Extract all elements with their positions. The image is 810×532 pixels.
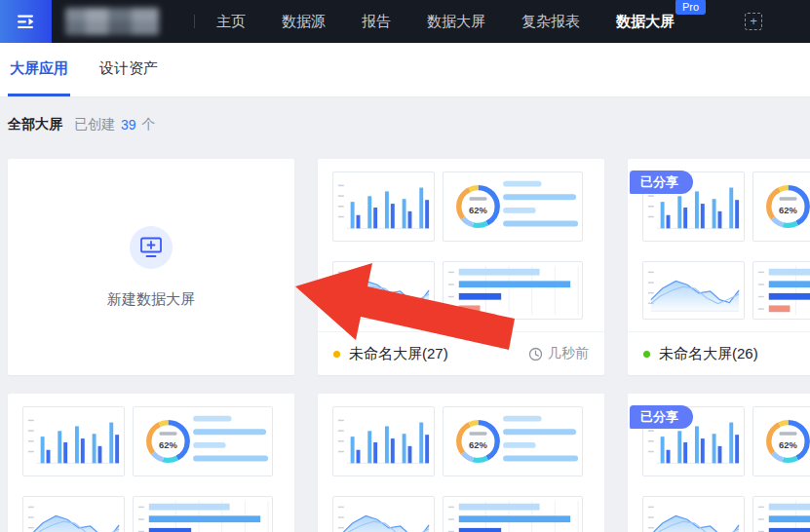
nav-item-0[interactable]: 主页 bbox=[216, 13, 246, 31]
dashboard-thumbnail: 62% bbox=[318, 159, 604, 331]
filter-label[interactable]: 全部大屏 bbox=[8, 116, 62, 133]
created-count: 39 bbox=[121, 117, 136, 133]
created-unit: 个 bbox=[142, 116, 156, 133]
tab-0[interactable]: 大屏应用 bbox=[8, 43, 70, 96]
mini-bar-chart bbox=[332, 406, 435, 476]
shared-badge: 已分享 bbox=[630, 171, 693, 194]
main-content: 全部大屏 已创建 39 个 新建数据大屏 bbox=[0, 116, 810, 532]
clock-icon bbox=[528, 347, 543, 361]
create-card-label: 新建数据大屏 bbox=[107, 290, 195, 309]
nav-divider bbox=[194, 15, 195, 28]
dashboard-card[interactable]: 62% bbox=[8, 394, 294, 532]
nav-item-3[interactable]: 数据大屏 bbox=[427, 13, 485, 31]
mini-area-chart bbox=[332, 496, 435, 532]
mini-donut-chart: 62% bbox=[752, 171, 810, 242]
nav-item-4[interactable]: 复杂报表 bbox=[521, 13, 580, 31]
tab-bar: 大屏应用设计资产 bbox=[0, 43, 810, 97]
top-navbar: 主页数据源报告数据大屏复杂报表数据大屏Pro + bbox=[0, 0, 810, 43]
card-footer: 未命名大屏(26) bbox=[628, 331, 810, 375]
create-dashboard-card[interactable]: 新建数据大屏 bbox=[8, 159, 294, 375]
mini-hbar-chart bbox=[752, 261, 810, 320]
card-title: 未命名大屏(26) bbox=[659, 345, 810, 363]
nav-item-2[interactable]: 报告 bbox=[362, 13, 391, 31]
mini-area-chart bbox=[642, 496, 745, 532]
mini-hbar-chart bbox=[752, 496, 810, 532]
dashboard-thumbnail: 62% bbox=[8, 394, 294, 532]
mini-donut-chart: 62% bbox=[133, 406, 273, 476]
cards-grid: 新建数据大屏 bbox=[8, 159, 810, 532]
card-title: 未命名大屏(27) bbox=[349, 345, 528, 363]
menu-toggle-button[interactable] bbox=[0, 0, 52, 43]
mini-hbar-chart bbox=[133, 496, 273, 532]
donut-center-value: 62% bbox=[159, 440, 177, 450]
card-footer: 未命名大屏(27) 几秒前 bbox=[318, 331, 604, 375]
tab-1[interactable]: 设计资产 bbox=[97, 43, 160, 96]
donut-center-value: 62% bbox=[469, 440, 487, 450]
mini-area-chart bbox=[332, 261, 435, 320]
nav-menu: 主页数据源报告数据大屏复杂报表数据大屏Pro bbox=[216, 13, 675, 31]
created-label: 已创建 bbox=[74, 116, 115, 133]
mini-donut-chart: 62% bbox=[443, 171, 583, 242]
stats-line: 全部大屏 已创建 39 个 bbox=[8, 116, 802, 133]
create-icon-circle bbox=[130, 226, 173, 269]
mini-donut-chart: 62% bbox=[752, 406, 810, 476]
nav-item-5[interactable]: 数据大屏Pro bbox=[616, 13, 675, 31]
dashboard-card[interactable]: 62% bbox=[318, 159, 604, 375]
mini-bar-chart bbox=[332, 171, 435, 242]
mini-area-chart bbox=[642, 261, 745, 320]
dashboard-card[interactable]: 62% bbox=[318, 394, 604, 532]
add-workspace-button[interactable]: + bbox=[745, 13, 762, 30]
mini-hbar-chart bbox=[443, 496, 583, 532]
mini-hbar-chart bbox=[443, 261, 583, 320]
mini-donut-chart: 62% bbox=[443, 406, 583, 476]
donut-center-value: 62% bbox=[779, 440, 797, 450]
donut-center-value: 62% bbox=[469, 206, 487, 215]
dashboard-thumbnail: 62% bbox=[318, 394, 604, 532]
status-dot bbox=[333, 351, 340, 358]
donut-center-value: 62% bbox=[779, 206, 797, 215]
status-dot bbox=[643, 351, 650, 358]
nav-item-1[interactable]: 数据源 bbox=[282, 13, 326, 31]
dashboard-card[interactable]: 已分享 bbox=[628, 394, 810, 532]
pro-badge: Pro bbox=[675, 0, 706, 15]
mini-bar-chart bbox=[22, 406, 125, 476]
add-screen-icon bbox=[138, 236, 164, 259]
dashboard-card[interactable]: 已分享 bbox=[628, 159, 810, 375]
time-text: 几秒前 bbox=[548, 345, 589, 362]
hamburger-collapse-icon bbox=[17, 15, 36, 29]
app-logo-redacted bbox=[65, 8, 159, 35]
card-time: 几秒前 bbox=[528, 345, 589, 362]
shared-badge: 已分享 bbox=[630, 405, 693, 429]
mini-area-chart bbox=[22, 496, 125, 532]
